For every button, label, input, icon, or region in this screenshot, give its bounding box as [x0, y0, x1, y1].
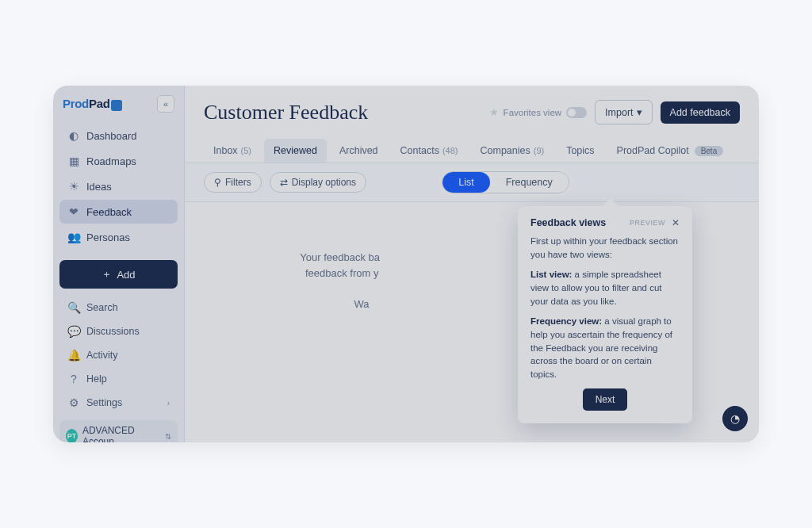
import-button[interactable]: Import ▾: [595, 100, 652, 124]
toolbar: ⚲ Filters ⇄ Display options List Frequen…: [185, 163, 759, 202]
tab-archived[interactable]: Archived: [330, 139, 388, 163]
onboarding-popover: Feedback views PREVIEW ✕ First up within…: [518, 206, 692, 423]
display-label: Display options: [292, 177, 356, 188]
tab-label: Contacts: [400, 145, 439, 156]
sidebar-item-label: Search: [86, 302, 118, 313]
sidebar-item-ideas[interactable]: ☀ Ideas: [59, 174, 178, 198]
header: Customer Feedback ★ Favorites view Impor…: [185, 86, 759, 128]
sidebar-item-label: Ideas: [86, 181, 112, 193]
sidebar-item-label: Settings: [86, 397, 122, 408]
tab-label: ProdPad Copilot: [617, 145, 689, 156]
tab-count: (5): [241, 146, 251, 155]
tab-reviewed[interactable]: Reviewed: [264, 139, 327, 163]
logo-text-2: Pad: [89, 97, 110, 110]
gear-icon: ⚙: [67, 396, 80, 409]
preview-label: PREVIEW: [630, 219, 665, 227]
sidebar: ProdPad « ◐ Dashboard ▦ Roadmaps ☀ Ideas…: [53, 86, 185, 442]
sidebar-item-discussions[interactable]: 💬 Discussions: [59, 320, 178, 342]
add-feedback-button[interactable]: Add feedback: [661, 101, 740, 124]
collapse-sidebar-button[interactable]: «: [157, 95, 174, 113]
tab-count: (9): [534, 146, 544, 155]
logo-row: ProdPad «: [59, 94, 178, 121]
tab-label: Reviewed: [274, 145, 317, 156]
sidebar-item-label: Dashboard: [86, 130, 137, 142]
popover-label: Frequency view:: [530, 316, 602, 326]
close-icon[interactable]: ✕: [672, 217, 680, 228]
filters-button[interactable]: ⚲ Filters: [204, 172, 262, 193]
tab-label: Archived: [339, 145, 378, 156]
tab-companies[interactable]: Companies (9): [470, 139, 553, 163]
tabs: Inbox (5) Reviewed Archived Contacts (48…: [185, 128, 759, 163]
next-button[interactable]: Next: [583, 388, 628, 411]
popover-text: List view: a simple spreadsheet view to …: [530, 268, 680, 308]
tab-inbox[interactable]: Inbox (5): [204, 139, 261, 163]
tab-topics[interactable]: Topics: [557, 139, 603, 163]
sidebar-item-personas[interactable]: 👥 Personas: [59, 225, 178, 249]
sidebar-item-label: Feedback: [86, 206, 132, 218]
toggle-switch[interactable]: [566, 107, 587, 118]
filters-label: Filters: [225, 177, 251, 188]
tab-contacts[interactable]: Contacts (48): [391, 139, 468, 163]
list-view-button[interactable]: List: [442, 172, 489, 193]
sidebar-item-label: Help: [86, 373, 107, 385]
logo: ProdPad: [63, 97, 122, 110]
import-label: Import: [605, 107, 633, 118]
view-switch: List Frequency: [442, 171, 569, 193]
tab-label: Inbox: [213, 145, 238, 156]
popover-text: Frequency view: a visual graph to help y…: [530, 315, 680, 381]
roadmaps-icon: ▦: [67, 155, 80, 167]
filter-icon: ⚲: [214, 177, 221, 188]
chevron-right-icon: ›: [167, 399, 170, 407]
feedback-icon: ❤: [67, 205, 80, 218]
sidebar-item-search[interactable]: 🔍 Search: [59, 297, 178, 319]
dashboard-icon: ◐: [67, 129, 80, 142]
frequency-view-button[interactable]: Frequency: [490, 172, 569, 193]
sidebar-item-feedback[interactable]: ❤ Feedback: [59, 200, 178, 224]
updown-icon: ⇅: [165, 432, 171, 441]
add-button[interactable]: ＋ Add: [59, 260, 178, 289]
tab-copilot[interactable]: ProdPad Copilot Beta: [607, 139, 733, 163]
popover-title: Feedback views: [530, 217, 606, 228]
primary-nav: ◐ Dashboard ▦ Roadmaps ☀ Ideas ❤ Feedbac…: [59, 124, 178, 249]
chat-icon: ◔: [730, 412, 740, 425]
segmented-control: List Frequency: [442, 171, 569, 193]
main: Customer Feedback ★ Favorites view Impor…: [185, 86, 759, 442]
tab-label: Topics: [566, 145, 594, 156]
favorites-label: Favorites view: [504, 108, 562, 117]
app-window: ProdPad « ◐ Dashboard ▦ Roadmaps ☀ Ideas…: [53, 86, 759, 442]
sidebar-item-help[interactable]: ? Help: [59, 368, 178, 390]
help-icon: ?: [67, 373, 80, 385]
header-actions: ★ Favorites view Import ▾ Add feedback: [489, 100, 740, 124]
sidebar-item-dashboard[interactable]: ◐ Dashboard: [59, 124, 178, 147]
popover-header: Feedback views PREVIEW ✕: [530, 217, 680, 228]
avatar: PT: [66, 429, 78, 442]
sidebar-item-label: Discussions: [86, 326, 140, 337]
sidebar-item-roadmaps[interactable]: ▦ Roadmaps: [59, 149, 178, 173]
discussions-icon: 💬: [67, 325, 80, 338]
display-options-button[interactable]: ⇄ Display options: [270, 172, 366, 193]
popover-label: List view:: [530, 270, 572, 279]
add-button-label: Add: [117, 269, 135, 281]
activity-icon: 🔔: [67, 349, 80, 362]
chat-launcher[interactable]: ◔: [722, 406, 748, 431]
popover-text: First up within your feedback section yo…: [530, 235, 680, 261]
star-icon: ★: [489, 106, 499, 118]
beta-badge: Beta: [695, 146, 724, 156]
sidebar-item-settings[interactable]: ⚙ Settings ›: [59, 392, 178, 414]
tab-label: Companies: [480, 145, 530, 156]
sidebar-item-activity[interactable]: 🔔 Activity: [59, 344, 178, 366]
tab-count: (48): [442, 146, 458, 155]
secondary-nav: 🔍 Search 💬 Discussions 🔔 Activity ? Help…: [59, 297, 178, 414]
favorites-view-toggle[interactable]: ★ Favorites view: [489, 106, 588, 118]
sidebar-item-label: Personas: [86, 231, 130, 243]
page-title: Customer Feedback: [204, 101, 368, 124]
plus-icon: ＋: [102, 267, 112, 281]
logo-text-1: Prod: [63, 97, 89, 110]
sliders-icon: ⇄: [280, 177, 288, 188]
personas-icon: 👥: [67, 231, 80, 243]
search-icon: 🔍: [67, 301, 80, 314]
logo-icon: [111, 100, 122, 111]
account-switcher[interactable]: PT ADVANCED Accoun... ⇅: [59, 420, 178, 442]
sidebar-item-label: Roadmaps: [86, 155, 136, 167]
caret-down-icon: ▾: [637, 106, 642, 118]
